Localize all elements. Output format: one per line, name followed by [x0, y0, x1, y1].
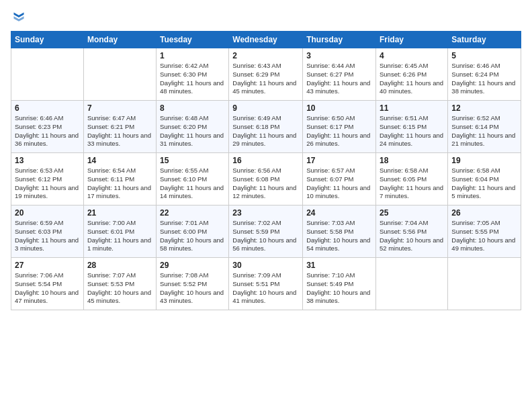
- cell-text: Sunset: 5:59 PM: [232, 228, 299, 236]
- day-number: 21: [87, 208, 152, 218]
- cell-text: Daylight: 11 hours and 21 minutes.: [451, 132, 517, 149]
- calendar-cell: 22Sunrise: 7:01 AMSunset: 6:00 PMDayligh…: [156, 205, 228, 258]
- cell-text: Sunset: 5:53 PM: [87, 280, 152, 289]
- day-number: 4: [380, 51, 444, 60]
- cell-text: Daylight: 10 hours and 58 minutes.: [160, 236, 225, 254]
- cell-text: Daylight: 11 hours and 26 minutes.: [306, 132, 372, 149]
- cell-text: Sunrise: 6:50 AM: [306, 114, 372, 123]
- calendar-header: SundayMondayTuesdayWednesdayThursdayFrid…: [11, 32, 521, 48]
- cell-text: Sunrise: 7:01 AM: [160, 219, 225, 228]
- cell-text: Daylight: 11 hours and 31 minutes.: [160, 132, 225, 149]
- cell-text: Sunset: 6:03 PM: [15, 228, 80, 236]
- cell-text: Sunrise: 6:45 AM: [380, 62, 444, 71]
- day-number: 26: [451, 208, 517, 218]
- logo-bird-icon: [12, 11, 26, 24]
- cell-text: Sunrise: 7:06 AM: [15, 271, 80, 280]
- cell-text: Sunset: 5:54 PM: [15, 280, 80, 289]
- calendar-cell: [376, 258, 448, 310]
- cell-text: Sunset: 6:20 PM: [160, 123, 225, 132]
- calendar-cell: 25Sunrise: 7:04 AMSunset: 5:56 PMDayligh…: [376, 205, 448, 258]
- day-number: 10: [306, 103, 372, 113]
- day-number: 31: [306, 261, 372, 270]
- cell-text: Daylight: 11 hours and 10 minutes.: [306, 184, 372, 201]
- cell-text: Daylight: 10 hours and 56 minutes.: [232, 236, 299, 254]
- cell-text: Sunset: 6:07 PM: [306, 175, 372, 184]
- day-number: 1: [160, 51, 225, 60]
- day-number: 13: [15, 156, 80, 165]
- weekday-header-saturday: Saturday: [448, 32, 521, 48]
- cell-text: Daylight: 10 hours and 54 minutes.: [306, 236, 372, 254]
- weekday-header-tuesday: Tuesday: [156, 32, 228, 48]
- day-number: 28: [87, 261, 152, 270]
- cell-text: Sunset: 6:21 PM: [87, 123, 152, 132]
- calendar-cell: 4Sunrise: 6:45 AMSunset: 6:26 PMDaylight…: [376, 48, 448, 101]
- cell-text: Daylight: 11 hours and 33 minutes.: [87, 132, 152, 149]
- calendar-cell: 8Sunrise: 6:48 AMSunset: 6:20 PMDaylight…: [156, 101, 228, 153]
- day-number: 2: [232, 51, 299, 60]
- cell-text: Sunset: 6:04 PM: [451, 175, 517, 184]
- day-number: 8: [160, 103, 225, 113]
- day-number: 25: [380, 208, 444, 218]
- calendar-cell: 31Sunrise: 7:10 AMSunset: 5:49 PMDayligh…: [303, 258, 376, 310]
- day-number: 29: [160, 261, 225, 270]
- day-number: 27: [15, 261, 80, 270]
- day-number: 18: [380, 156, 444, 165]
- cell-text: Sunrise: 6:49 AM: [232, 114, 299, 123]
- calendar-week-4: 20Sunrise: 6:59 AMSunset: 6:03 PMDayligh…: [11, 205, 521, 258]
- calendar-cell: 3Sunrise: 6:44 AMSunset: 6:27 PMDaylight…: [303, 48, 376, 101]
- cell-text: Sunrise: 6:53 AM: [15, 167, 80, 175]
- cell-text: Sunrise: 7:02 AM: [232, 219, 299, 228]
- day-number: 14: [87, 156, 152, 165]
- cell-text: Sunset: 6:29 PM: [232, 71, 299, 79]
- cell-text: Sunset: 5:52 PM: [160, 280, 225, 289]
- cell-text: Daylight: 10 hours and 38 minutes.: [306, 289, 372, 306]
- cell-text: Sunset: 6:18 PM: [232, 123, 299, 132]
- calendar-cell: 16Sunrise: 6:56 AMSunset: 6:08 PMDayligh…: [229, 153, 303, 205]
- cell-text: Sunset: 6:05 PM: [380, 175, 444, 184]
- calendar-week-1: 1Sunrise: 6:42 AMSunset: 6:30 PMDaylight…: [11, 48, 521, 101]
- cell-text: Sunrise: 7:05 AM: [451, 219, 517, 228]
- cell-text: Daylight: 11 hours and 43 minutes.: [306, 79, 372, 97]
- cell-text: Sunrise: 7:08 AM: [160, 271, 225, 280]
- calendar-cell: 29Sunrise: 7:08 AMSunset: 5:52 PMDayligh…: [156, 258, 228, 310]
- calendar-cell: 11Sunrise: 6:51 AMSunset: 6:15 PMDayligh…: [376, 101, 448, 153]
- day-number: 5: [451, 51, 517, 60]
- cell-text: Sunset: 6:23 PM: [15, 123, 80, 132]
- cell-text: Sunrise: 6:56 AM: [232, 167, 299, 175]
- calendar-week-3: 13Sunrise: 6:53 AMSunset: 6:12 PMDayligh…: [11, 153, 521, 205]
- cell-text: Daylight: 11 hours and 12 minutes.: [232, 184, 299, 201]
- cell-text: Daylight: 10 hours and 41 minutes.: [232, 289, 299, 306]
- cell-text: Sunset: 6:26 PM: [380, 71, 444, 79]
- weekday-header-friday: Friday: [376, 32, 448, 48]
- cell-text: Daylight: 10 hours and 45 minutes.: [87, 289, 152, 306]
- cell-text: Sunset: 6:24 PM: [451, 71, 517, 79]
- cell-text: Sunset: 6:11 PM: [87, 175, 152, 184]
- calendar-cell: 20Sunrise: 6:59 AMSunset: 6:03 PMDayligh…: [11, 205, 84, 258]
- cell-text: Sunrise: 6:58 AM: [451, 167, 517, 175]
- calendar-cell: 12Sunrise: 6:52 AMSunset: 6:14 PMDayligh…: [448, 101, 521, 153]
- cell-text: Sunrise: 6:52 AM: [451, 114, 517, 123]
- calendar-cell: 24Sunrise: 7:03 AMSunset: 5:58 PMDayligh…: [303, 205, 376, 258]
- cell-text: Sunset: 5:55 PM: [451, 228, 517, 236]
- calendar-cell: 6Sunrise: 6:46 AMSunset: 6:23 PMDaylight…: [11, 101, 84, 153]
- cell-text: Daylight: 10 hours and 43 minutes.: [160, 289, 225, 306]
- cell-text: Sunrise: 6:51 AM: [380, 114, 444, 123]
- calendar-week-5: 27Sunrise: 7:06 AMSunset: 5:54 PMDayligh…: [11, 258, 521, 310]
- cell-text: Sunrise: 6:58 AM: [380, 167, 444, 175]
- cell-text: Sunset: 6:14 PM: [451, 123, 517, 132]
- calendar-cell: 27Sunrise: 7:06 AMSunset: 5:54 PMDayligh…: [11, 258, 84, 310]
- calendar-cell: 13Sunrise: 6:53 AMSunset: 6:12 PMDayligh…: [11, 153, 84, 205]
- day-number: 11: [380, 103, 444, 113]
- calendar-cell: [83, 48, 156, 101]
- calendar-cell: 14Sunrise: 6:54 AMSunset: 6:11 PMDayligh…: [83, 153, 156, 205]
- cell-text: Sunrise: 6:46 AM: [15, 114, 80, 123]
- cell-text: Sunrise: 6:54 AM: [87, 167, 152, 175]
- weekday-row: SundayMondayTuesdayWednesdayThursdayFrid…: [11, 32, 521, 48]
- day-number: 7: [87, 103, 152, 113]
- calendar-cell: 7Sunrise: 6:47 AMSunset: 6:21 PMDaylight…: [83, 101, 156, 153]
- cell-text: Sunset: 5:49 PM: [306, 280, 372, 289]
- day-number: 9: [232, 103, 299, 113]
- calendar-cell: 2Sunrise: 6:43 AMSunset: 6:29 PMDaylight…: [229, 48, 303, 101]
- cell-text: Daylight: 11 hours and 45 minutes.: [232, 79, 299, 97]
- cell-text: Sunset: 6:27 PM: [306, 71, 372, 79]
